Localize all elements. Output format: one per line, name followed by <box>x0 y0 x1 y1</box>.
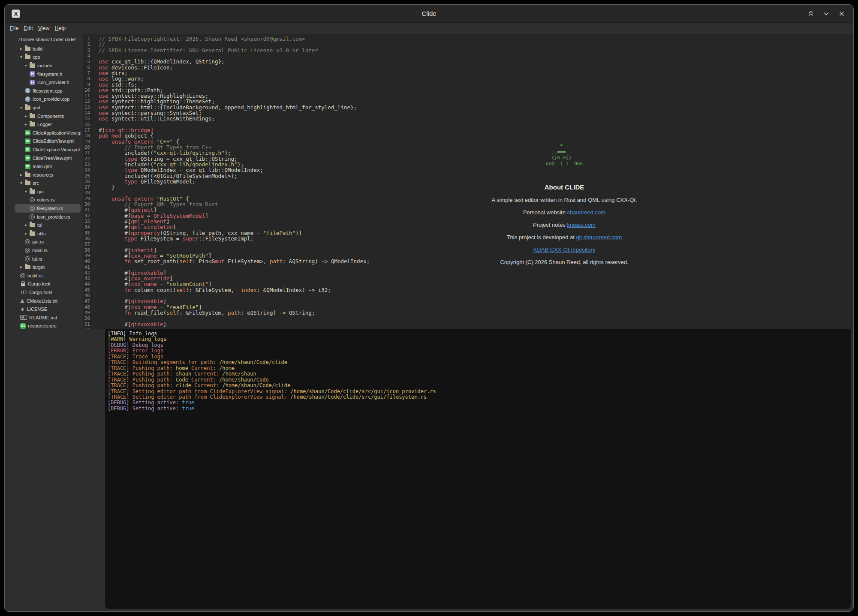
tree-item-build-rs[interactable]: build.rs <box>15 271 81 280</box>
code-line: 7use dirs; <box>83 70 853 76</box>
code-token: self <box>166 310 179 316</box>
tree-item-components[interactable]: ▸Components <box>15 112 81 120</box>
code-line: 46 <box>83 293 853 298</box>
about-link-line: This project is developed at git.shaunre… <box>436 234 693 240</box>
tree-item-colors-rs[interactable]: colors.rs <box>15 196 81 204</box>
chevron-right-icon[interactable]: ▸ <box>25 231 30 236</box>
about-link-shaunreed-com[interactable]: shaunreed.com <box>567 209 606 216</box>
log-segment: [TRACE] Setting editor path from ClideEx… <box>108 388 290 394</box>
tree-item-src[interactable]: ▾src <box>15 179 81 188</box>
menu-view[interactable]: View <box>36 24 52 32</box>
log-line: [TRACE] Setting editor path from ClideEx… <box>108 389 848 394</box>
tree-item-icon-provider-h[interactable]: Hicon_provider.h <box>15 78 81 87</box>
chevron-right-icon[interactable]: ▸ <box>25 122 30 126</box>
menu-file[interactable]: File <box>7 24 21 32</box>
chevron-down-icon[interactable]: ▾ <box>20 105 25 110</box>
menu-help[interactable]: Help <box>52 24 69 32</box>
code-token <box>99 258 124 264</box>
tree-item-include[interactable]: ▾include <box>15 61 81 70</box>
chevron-right-icon[interactable]: ▸ <box>25 223 30 227</box>
log-segment: [TRACE] Pushing path: <box>108 377 176 383</box>
chevron-right-icon[interactable]: ▸ <box>20 173 25 177</box>
tree-item-cargo-toml[interactable]: [T]Cargo.toml <box>15 288 81 297</box>
log-segment: true <box>182 400 194 406</box>
tree-item-resources[interactable]: ▸resources <box>15 171 81 179</box>
chevron-down-icon[interactable]: ▾ <box>25 189 30 194</box>
code-editor[interactable]: 1// SPDX-FileCopyrightText: 2026, Shaun … <box>83 34 853 329</box>
code-line: 4 <box>83 53 853 59</box>
tree-item-resources-qrc[interactable]: Qtresources.qrc <box>15 322 81 331</box>
tree-item-tui-rs[interactable]: tui.rs <box>15 255 81 263</box>
chevron-down-icon[interactable]: ▾ <box>20 181 25 185</box>
chevron-right-icon[interactable]: ▸ <box>25 114 30 118</box>
code-text: #[cxx_name = "readFile"] <box>99 304 202 310</box>
tree-item-license[interactable]: ∗LICENSE <box>15 305 81 313</box>
log-line: [DEBUG] Debug logs <box>108 343 848 348</box>
chevron-down-icon[interactable]: ▾ <box>25 63 30 68</box>
code-text: type QModelIndex = cxx_qt_lib::QModelInd… <box>99 167 263 173</box>
code-token: set_root_path( <box>131 258 179 264</box>
tree-item-clidetreeview-qml[interactable]: QtClideTreeView.qml <box>15 154 81 162</box>
code-token: FileSystem>, <box>225 258 270 264</box>
log-segment: /home/shaun/Code/clide <box>222 382 290 388</box>
tree-item-cpp[interactable]: ▾cpp <box>15 53 81 62</box>
tree-item-clideeditorview-qml[interactable]: QtClideEditorView.qml <box>15 137 81 146</box>
titlebar[interactable]: X Clide <box>5 5 853 23</box>
close-button[interactable] <box>838 10 846 18</box>
code-token: self <box>176 287 189 293</box>
about-panel: * |.===. {}o o{} -ooO--(_)--Ooo- About C… <box>436 143 693 265</box>
tree-item-label: ClideApplicationView.qml <box>33 130 81 135</box>
tree-item-cmakelists-txt[interactable]: CMakeLists.txt <box>15 297 81 305</box>
code-line: 49 fn read_file(self: &FileSystem, path:… <box>83 310 853 316</box>
about-link-kdab-cxx-qt-repository[interactable]: KDAB CXX-Qt repository <box>533 246 596 253</box>
tree-item-clideapplicationview-qml[interactable]: QtClideApplicationView.qml <box>15 129 81 137</box>
chevron-right-icon[interactable]: ▸ <box>20 265 25 269</box>
about-link-line: KDAB CXX-Qt repository <box>436 246 693 253</box>
tree-item-main-qml[interactable]: Qtmain.qml <box>15 162 81 171</box>
rust-file-icon <box>30 206 35 211</box>
about-link-git-shaunreed-com[interactable]: git.shaunreed.com <box>576 234 622 240</box>
tree-item-icon-provider-rs[interactable]: icon_provider.rs <box>15 213 81 221</box>
tree-item-icon-provider-cpp[interactable]: Cicon_provider.cpp <box>15 95 81 104</box>
code-text: use devicons::FileIcon; <box>99 65 173 70</box>
line-number: 12 <box>83 99 90 104</box>
log-line: [TRACE] Building segments for path: /hom… <box>108 360 848 365</box>
code-text: // SPDX-FileCopyrightText: 2026, Shaun R… <box>99 36 305 42</box>
folder-icon <box>25 105 30 110</box>
content: / home/ shaun/ Code/ clide/ ▸build▾cpp▾i… <box>5 34 853 611</box>
line-number: 4 <box>83 53 90 59</box>
tree-item-logger[interactable]: ▸Logger <box>15 120 81 129</box>
tree-item-target[interactable]: ▸target <box>15 263 81 271</box>
code-token: read_file( <box>131 310 166 316</box>
tree-item-utils[interactable]: ▸utils <box>15 229 81 238</box>
tree-item-filesystem-h[interactable]: Hfilesystem.h <box>15 70 81 78</box>
code-line: 45 fn column_count(self: &FileSystem, _i… <box>83 287 853 293</box>
chevron-right-icon[interactable]: ▸ <box>20 47 25 51</box>
tree-item-filesystem-cpp[interactable]: Cfilesystem.cpp <box>15 87 81 95</box>
about-text: This project is developed at <box>507 234 576 240</box>
code-text: use std::fs; <box>99 82 137 87</box>
tree-item-main-rs[interactable]: main.rs <box>15 246 81 255</box>
tree-item-tui[interactable]: ▸tui <box>15 221 81 229</box>
tree-item-label: target <box>33 264 45 270</box>
tree-item-filesystem-rs[interactable]: filesystem.rs <box>15 204 81 213</box>
line-number: 1 <box>83 36 90 42</box>
tree-item-build[interactable]: ▸build <box>15 45 81 53</box>
tree-item-cargo-lock[interactable]: Cargo.lock <box>15 280 81 288</box>
line-number: 45 <box>83 287 90 293</box>
tree-item-gui-rs[interactable]: gui.rs <box>15 238 81 246</box>
shade-button[interactable] <box>807 10 815 18</box>
tree-item-gui[interactable]: ▾gui <box>15 187 81 196</box>
tree-item-readme-md[interactable]: M↓README.md <box>15 313 81 322</box>
chevron-down-icon[interactable]: ▾ <box>20 55 25 59</box>
about-link-knoats-com[interactable]: knoats.com <box>567 222 596 228</box>
tree-item-clideexplorerview-qml[interactable]: QtClideExplorerView.qml <box>15 145 81 154</box>
line-number: 42 <box>83 270 90 276</box>
line-number: 6 <box>83 65 90 70</box>
sidebar-path-breadcrumb[interactable]: / home/ shaun/ Code/ clide/ <box>5 34 83 45</box>
menu-edit[interactable]: Edit <box>21 24 36 32</box>
tree-item-label: LICENSE <box>27 306 47 312</box>
code-text: #[cxx_qt::bridge] <box>99 127 154 133</box>
minimize-button[interactable] <box>822 10 830 18</box>
tree-item-qml[interactable]: ▾qml <box>15 103 81 112</box>
